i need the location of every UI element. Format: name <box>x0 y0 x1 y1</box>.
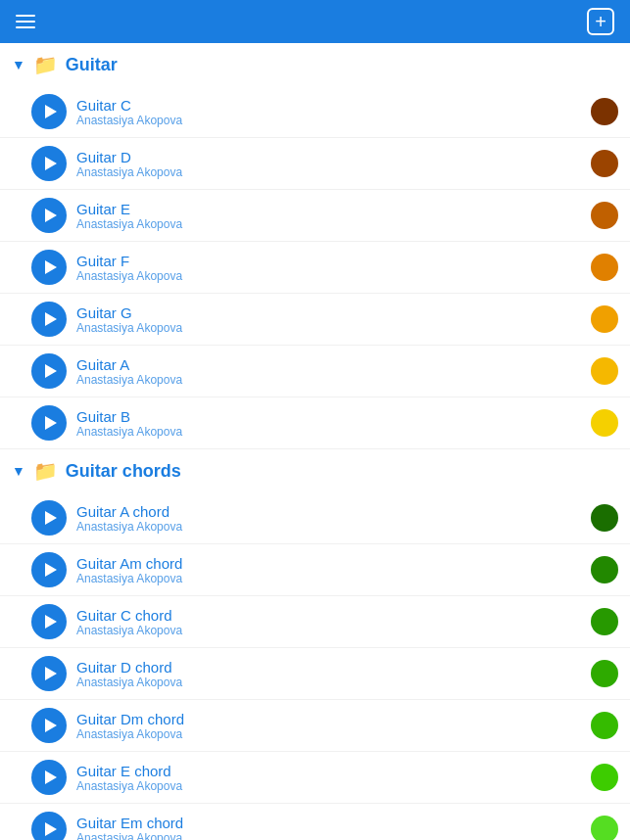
item-name: Guitar E chord <box>76 763 591 779</box>
app-container: + ▼ 📁 Guitar Guitar C Anastasiya Akopova… <box>0 0 630 840</box>
list-item: Guitar B Anastasiya Akopova <box>0 397 630 449</box>
item-name: Guitar C <box>76 97 591 114</box>
color-dot <box>591 816 618 840</box>
item-author: Anastasiya Akopova <box>76 114 591 127</box>
play-button[interactable] <box>31 146 67 181</box>
play-triangle-icon <box>45 563 57 577</box>
list-item: Guitar D Anastasiya Akopova <box>0 138 630 190</box>
sounds-list: ▼ 📁 Guitar Guitar C Anastasiya Akopova G… <box>0 43 630 840</box>
color-dot <box>591 556 618 583</box>
color-dot <box>591 712 618 739</box>
play-button[interactable] <box>31 812 67 840</box>
item-text: Guitar B Anastasiya Akopova <box>76 408 591 439</box>
play-button[interactable] <box>31 94 67 129</box>
item-text: Guitar G Anastasiya Akopova <box>76 304 591 335</box>
play-button[interactable] <box>31 198 67 233</box>
item-name: Guitar E <box>76 201 591 217</box>
color-dot <box>591 608 618 635</box>
color-dot <box>591 504 618 532</box>
item-text: Guitar E Anastasiya Akopova <box>76 201 591 231</box>
item-text: Guitar E chord Anastasiya Akopova <box>76 763 591 793</box>
list-item: Guitar A Anastasiya Akopova <box>0 346 630 397</box>
item-name: Guitar D <box>76 149 591 165</box>
color-dot <box>591 660 618 687</box>
color-dot <box>591 305 618 333</box>
item-author: Anastasiya Akopova <box>76 217 591 231</box>
folder-icon: 📁 <box>33 53 58 76</box>
list-item: Guitar D chord Anastasiya Akopova <box>0 648 630 700</box>
list-item: Guitar A chord Anastasiya Akopova <box>0 492 630 544</box>
item-author: Anastasiya Akopova <box>76 425 591 439</box>
color-dot <box>591 409 618 437</box>
item-author: Anastasiya Akopova <box>76 727 591 741</box>
list-item: Guitar C Anastasiya Akopova <box>0 86 630 138</box>
item-name: Guitar Em chord <box>76 815 591 831</box>
color-dot <box>591 150 618 177</box>
item-text: Guitar F Anastasiya Akopova <box>76 253 591 283</box>
item-name: Guitar D chord <box>76 659 591 676</box>
color-dot <box>591 202 618 229</box>
item-text: Guitar A Anastasiya Akopova <box>76 356 591 387</box>
play-button[interactable] <box>31 405 67 441</box>
item-text: Guitar Am chord Anastasiya Akopova <box>76 555 591 585</box>
item-author: Anastasiya Akopova <box>76 373 591 387</box>
item-text: Guitar D Anastasiya Akopova <box>76 149 591 179</box>
item-author: Anastasiya Akopova <box>76 165 591 179</box>
play-triangle-icon <box>45 364 57 378</box>
play-button[interactable] <box>31 604 67 639</box>
item-author: Anastasiya Akopova <box>76 572 591 585</box>
item-author: Anastasiya Akopova <box>76 831 591 841</box>
play-triangle-icon <box>45 822 57 836</box>
add-button[interactable]: + <box>587 8 614 35</box>
play-button[interactable] <box>31 760 67 795</box>
item-name: Guitar B <box>76 408 591 425</box>
color-dot <box>591 764 618 791</box>
play-button[interactable] <box>31 250 67 285</box>
section-header-guitar-chords[interactable]: ▼ 📁 Guitar chords <box>0 449 630 492</box>
play-triangle-icon <box>45 260 57 274</box>
list-item: Guitar Am chord Anastasiya Akopova <box>0 544 630 596</box>
item-author: Anastasiya Akopova <box>76 779 591 793</box>
item-author: Anastasiya Akopova <box>76 676 591 689</box>
item-text: Guitar C chord Anastasiya Akopova <box>76 607 591 637</box>
play-triangle-icon <box>45 511 57 525</box>
item-text: Guitar Dm chord Anastasiya Akopova <box>76 711 591 741</box>
play-triangle-icon <box>45 719 57 732</box>
list-item: Guitar E Anastasiya Akopova <box>0 190 630 242</box>
color-dot <box>591 357 618 385</box>
play-button[interactable] <box>31 353 67 389</box>
item-name: Guitar Am chord <box>76 555 591 572</box>
item-name: Guitar A <box>76 356 591 373</box>
list-item: Guitar G Anastasiya Akopova <box>0 294 630 346</box>
item-text: Guitar Em chord Anastasiya Akopova <box>76 815 591 841</box>
item-text: Guitar D chord Anastasiya Akopova <box>76 659 591 689</box>
item-name: Guitar G <box>76 304 591 321</box>
section-title: Guitar chords <box>66 461 181 482</box>
list-item: Guitar E chord Anastasiya Akopova <box>0 752 630 804</box>
play-button[interactable] <box>31 552 67 587</box>
chevron-down-icon: ▼ <box>12 57 25 72</box>
list-item: Guitar F Anastasiya Akopova <box>0 242 630 294</box>
play-button[interactable] <box>31 302 67 337</box>
play-button[interactable] <box>31 708 67 743</box>
color-dot <box>591 98 618 125</box>
section-title: Guitar <box>66 55 118 75</box>
item-text: Guitar A chord Anastasiya Akopova <box>76 503 591 534</box>
play-button[interactable] <box>31 500 67 536</box>
item-name: Guitar Dm chord <box>76 711 591 727</box>
list-item: Guitar Em chord Anastasiya Akopova <box>0 804 630 840</box>
play-triangle-icon <box>45 209 57 222</box>
play-triangle-icon <box>45 615 57 629</box>
chevron-down-icon: ▼ <box>12 463 25 479</box>
menu-icon[interactable] <box>16 15 35 28</box>
item-name: Guitar C chord <box>76 607 591 624</box>
item-text: Guitar C Anastasiya Akopova <box>76 97 591 127</box>
section-header-guitar[interactable]: ▼ 📁 Guitar <box>0 43 630 86</box>
item-author: Anastasiya Akopova <box>76 321 591 335</box>
play-triangle-icon <box>45 770 57 784</box>
play-triangle-icon <box>45 416 57 430</box>
play-button[interactable] <box>31 656 67 691</box>
item-author: Anastasiya Akopova <box>76 624 591 637</box>
play-triangle-icon <box>45 667 57 680</box>
folder-icon: 📁 <box>33 459 58 483</box>
